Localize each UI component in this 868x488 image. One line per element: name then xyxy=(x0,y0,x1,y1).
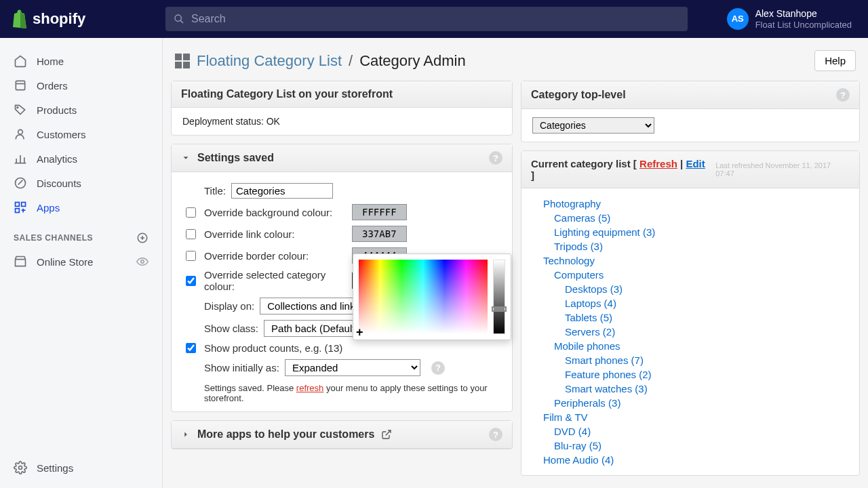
sidebar-item-analytics[interactable]: Analytics xyxy=(0,146,162,171)
search-input[interactable] xyxy=(191,13,679,25)
tree-link[interactable]: Home Audio (4) xyxy=(543,454,614,466)
override-link-checkbox[interactable] xyxy=(186,229,196,239)
tree-link[interactable]: DVD (4) xyxy=(554,426,591,437)
override-selected-checkbox[interactable] xyxy=(186,276,196,286)
chevron-right-icon xyxy=(181,430,191,439)
override-border-checkbox[interactable] xyxy=(186,251,196,261)
catlist-panel: Current category list [ Refresh | Edit ]… xyxy=(521,150,860,476)
sidebar-item-settings[interactable]: Settings xyxy=(0,455,162,480)
more-apps-header[interactable]: More apps to help your customers ? xyxy=(172,421,512,449)
apps-icon xyxy=(14,201,27,214)
show-initially-label: Show initially as: xyxy=(204,362,279,373)
sales-channels-header: SALES CHANNELS xyxy=(0,220,162,249)
tree-link[interactable]: Tripods (3) xyxy=(554,241,603,252)
sidebar-item-apps[interactable]: Apps xyxy=(0,195,162,220)
tree-link[interactable]: Desktops (3) xyxy=(565,283,623,295)
home-icon xyxy=(14,54,27,68)
show-counts-label: Show product counts, e.g. (13) xyxy=(204,342,342,354)
tree-link[interactable]: Feature phones (2) xyxy=(565,369,652,380)
tree-link[interactable]: Photography xyxy=(543,198,601,209)
sidebar-item-products[interactable]: Products xyxy=(0,98,162,122)
add-channel-icon[interactable] xyxy=(136,232,149,244)
logo[interactable]: shopify xyxy=(11,9,160,28)
show-counts-checkbox[interactable] xyxy=(186,343,196,353)
external-link-icon xyxy=(381,429,392,440)
orders-icon xyxy=(14,79,27,92)
help-icon[interactable]: ? xyxy=(489,151,502,165)
override-bg-label: Override background colour: xyxy=(204,207,347,218)
refresh-link[interactable]: Refresh xyxy=(639,158,677,169)
svg-rect-2 xyxy=(16,81,24,89)
refresh-link[interactable]: refresh xyxy=(296,383,323,393)
override-bg-checkbox[interactable] xyxy=(186,207,196,218)
tree-link[interactable]: Technology xyxy=(543,255,595,266)
sidebar-item-customers[interactable]: Customers xyxy=(0,122,162,146)
sidebar: Home Orders Products Customers Analytics… xyxy=(0,38,163,488)
gear-icon xyxy=(14,461,27,474)
save-message: Settings saved. Please refresh your menu… xyxy=(182,379,501,403)
storefront-panel-header: Floating Category List on your storefron… xyxy=(172,81,512,108)
chevron-down-icon xyxy=(181,153,191,163)
color-field[interactable]: + xyxy=(359,260,488,334)
svg-point-18 xyxy=(141,260,144,264)
grid-icon xyxy=(175,54,190,68)
tree-link[interactable]: Tablets (5) xyxy=(565,312,612,323)
help-icon[interactable]: ? xyxy=(489,428,502,441)
color-picker-popover[interactable]: + xyxy=(353,253,511,340)
sidebar-item-home[interactable]: Home xyxy=(0,49,162,73)
search-box[interactable] xyxy=(165,7,688,31)
svg-point-4 xyxy=(18,129,23,134)
bg-color-button[interactable]: FFFFFF xyxy=(352,204,407,220)
category-tree: Photography Cameras (5) Lighting equipme… xyxy=(521,188,859,475)
sidebar-item-orders[interactable]: Orders xyxy=(0,73,162,98)
tree-link[interactable]: Smart phones (7) xyxy=(565,354,644,366)
user-name: Alex Stanhope xyxy=(755,8,852,20)
tree-link[interactable]: Laptops (4) xyxy=(565,298,616,309)
help-button[interactable]: Help xyxy=(814,50,856,71)
store-icon xyxy=(14,255,27,268)
edit-link[interactable]: Edit xyxy=(686,158,705,169)
breadcrumb-app[interactable]: Floating Category List xyxy=(197,52,342,70)
show-class-label: Show class: xyxy=(204,323,258,334)
help-icon[interactable]: ? xyxy=(836,88,850,102)
person-icon xyxy=(14,127,27,141)
title-label: Title: xyxy=(204,185,226,197)
override-link-label: Override link colour: xyxy=(204,228,347,240)
page-title: Category Admin xyxy=(359,52,466,70)
storefront-panel: Floating Category List on your storefron… xyxy=(171,81,513,136)
link-color-button[interactable]: 337AB7 xyxy=(352,226,407,242)
tree-link[interactable]: Film & TV xyxy=(543,411,588,423)
search-icon xyxy=(174,14,184,24)
tree-link[interactable]: Lighting equipment (3) xyxy=(554,226,655,238)
help-icon[interactable]: ? xyxy=(431,361,445,375)
tree-link[interactable]: Cameras (5) xyxy=(554,212,610,224)
svg-line-20 xyxy=(386,430,391,435)
svg-point-19 xyxy=(19,466,22,470)
display-on-label: Display on: xyxy=(204,300,254,312)
show-initially-select[interactable]: Expanded xyxy=(285,359,420,376)
svg-rect-11 xyxy=(22,203,26,207)
tree-link[interactable]: Smart watches (3) xyxy=(565,383,648,394)
toplevel-panel: Category top-level ? Categories xyxy=(521,81,860,142)
tree-link[interactable]: Servers (2) xyxy=(565,326,615,338)
toplevel-title: Category top-level xyxy=(531,89,626,101)
tree-link[interactable]: Blu-ray (5) xyxy=(554,440,601,451)
settings-panel-header[interactable]: Settings saved ? xyxy=(172,144,512,172)
override-selected-label: Override selected category colour: xyxy=(204,269,347,292)
tree-link[interactable]: Mobile phones xyxy=(554,340,620,352)
breadcrumb: Floating Category List / Category Admin … xyxy=(171,46,860,81)
tree-link[interactable]: Peripherals (3) xyxy=(554,397,620,409)
title-input[interactable] xyxy=(231,183,333,199)
tree-link[interactable]: Computers xyxy=(554,269,604,281)
svg-line-1 xyxy=(180,20,183,23)
user-menu[interactable]: AS Alex Stanhope Float List Uncomplicate… xyxy=(727,8,857,30)
shopify-bag-icon xyxy=(11,9,27,28)
breadcrumb-sep: / xyxy=(349,52,353,70)
toplevel-select[interactable]: Categories xyxy=(532,117,654,134)
slider-handle[interactable] xyxy=(492,306,507,312)
sidebar-item-discounts[interactable]: Discounts xyxy=(0,171,162,195)
eye-icon[interactable] xyxy=(136,256,149,268)
svg-point-3 xyxy=(17,107,18,108)
sidebar-item-online-store[interactable]: Online Store xyxy=(0,249,162,274)
brightness-slider[interactable] xyxy=(493,260,505,334)
